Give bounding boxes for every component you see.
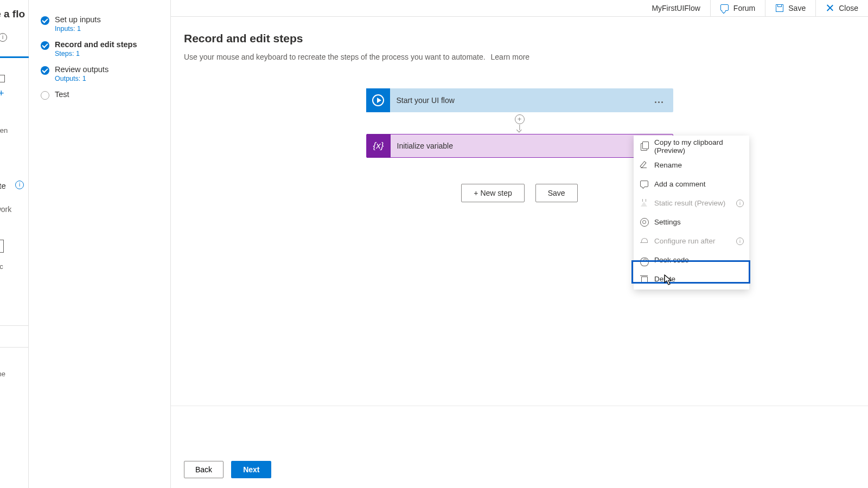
menu-delete[interactable]: Delete xyxy=(634,269,749,288)
subtitle-text: Use your mouse and keyboard to recreate … xyxy=(184,53,486,61)
step-sublabel: Steps: 1 xyxy=(55,50,162,57)
gear-icon xyxy=(640,218,649,227)
menu-copy-clipboard[interactable]: Copy to my clipboard (Preview) xyxy=(634,137,749,156)
save-icon xyxy=(775,4,784,12)
page-subtitle: Use your mouse and keyboard to recreate … xyxy=(171,45,868,61)
save-flow-button[interactable]: Save xyxy=(535,184,578,202)
main-content: Record and edit steps Use your mouse and… xyxy=(171,16,868,488)
next-button[interactable]: Next xyxy=(231,461,271,478)
menu-label: Rename xyxy=(654,161,682,169)
forum-label: Forum xyxy=(733,4,755,12)
menu-label: Static result (Preview) xyxy=(654,199,725,207)
text-fragment: mail attac xyxy=(0,262,3,271)
wizard-step-test[interactable]: Test xyxy=(29,87,170,103)
circle-icon xyxy=(41,91,49,100)
menu-label: Settings xyxy=(654,218,681,226)
divider xyxy=(0,347,29,348)
cropped-left-panel: ake a flo i + nated even ate i e work ma… xyxy=(0,0,29,488)
active-tab-indicator xyxy=(0,56,29,58)
copy-icon xyxy=(640,142,649,151)
action-card-start-ui-flow[interactable]: Start your UI flow xyxy=(366,88,673,112)
pencil-icon xyxy=(640,161,649,170)
plus-icon[interactable]: + xyxy=(0,88,4,99)
check-icon xyxy=(41,41,49,50)
menu-rename[interactable]: Rename xyxy=(634,156,749,175)
flow-name: MyFirstUIFlow xyxy=(642,0,710,16)
footer-divider xyxy=(171,406,868,406)
card-title: Start your UI flow xyxy=(390,96,648,105)
check-icon xyxy=(41,66,49,75)
box-icon xyxy=(0,240,4,253)
wizard-steps-sidebar: Set up inputs Inputs: 1 Record and edit … xyxy=(29,0,171,488)
add-step-connector[interactable]: + xyxy=(366,112,673,134)
top-toolbar: MyFirstUIFlow Forum Save Close xyxy=(171,0,868,16)
text-fragment: e work xyxy=(0,205,11,214)
forum-button[interactable]: Forum xyxy=(711,0,765,16)
back-button[interactable]: Back xyxy=(184,461,224,478)
action-context-menu: Copy to my clipboard (Preview) Rename Ad… xyxy=(634,136,749,290)
menu-label: Peek code xyxy=(654,256,689,264)
run-after-icon xyxy=(640,237,649,246)
info-icon[interactable]: i xyxy=(736,237,744,245)
play-icon xyxy=(366,88,390,112)
trash-icon xyxy=(640,275,649,284)
menu-label: Configure run after xyxy=(654,237,716,245)
close-label: Close xyxy=(839,4,858,12)
menu-static-result: Static result (Preview) i xyxy=(634,194,749,213)
step-label: Review outputs xyxy=(55,65,162,74)
save-label: Save xyxy=(788,4,806,12)
flask-icon xyxy=(640,199,649,208)
step-label: Set up inputs xyxy=(55,15,162,24)
close-icon xyxy=(826,4,834,12)
comment-icon xyxy=(640,180,649,189)
close-button[interactable]: Close xyxy=(816,0,868,16)
menu-add-comment[interactable]: Add a comment xyxy=(634,175,749,194)
text-fragment: email a ne xyxy=(0,370,5,378)
card-more-button[interactable] xyxy=(648,92,670,109)
wizard-step-setup-inputs[interactable]: Set up inputs Inputs: 1 xyxy=(29,12,170,37)
menu-settings[interactable]: Settings xyxy=(634,213,749,232)
step-label: Test xyxy=(55,90,162,99)
action-card-initialize-variable[interactable]: {x} Initialize variable xyxy=(366,134,673,158)
wizard-footer: Back Next xyxy=(171,461,271,478)
variable-icon: {x} xyxy=(367,134,391,158)
menu-label: Copy to my clipboard (Preview) xyxy=(654,138,743,155)
menu-peek-code[interactable]: Peek code xyxy=(634,251,749,269)
text-fragment: nated even xyxy=(0,126,8,134)
plus-circle-icon[interactable]: + xyxy=(515,114,525,124)
menu-configure-run-after: Configure run after i xyxy=(634,232,749,251)
square-icon xyxy=(0,75,5,82)
wizard-step-review-outputs[interactable]: Review outputs Outputs: 1 xyxy=(29,62,170,87)
step-label: Record and edit steps xyxy=(55,40,162,49)
action-buttons-row: + New step Save xyxy=(171,184,868,202)
forum-icon xyxy=(720,4,729,12)
learn-more-link[interactable]: Learn more xyxy=(491,53,530,61)
step-sublabel: Outputs: 1 xyxy=(55,75,162,82)
menu-label: Delete xyxy=(654,275,675,283)
wizard-step-record-edit[interactable]: Record and edit steps Steps: 1 xyxy=(29,37,170,62)
flow-canvas: Start your UI flow + {x} Initialize vari… xyxy=(171,82,868,455)
menu-label: Add a comment xyxy=(654,180,706,188)
panel-title-fragment: ake a flo xyxy=(0,8,25,20)
info-icon: i xyxy=(15,181,24,189)
card-title: Initialize variable xyxy=(391,142,648,150)
new-step-button[interactable]: + New step xyxy=(461,184,524,202)
page-heading: Record and edit steps xyxy=(171,17,868,45)
divider xyxy=(0,325,29,326)
check-icon xyxy=(41,16,49,25)
text-fragment: ate xyxy=(0,181,6,190)
save-button[interactable]: Save xyxy=(765,0,816,16)
info-icon: i xyxy=(0,33,7,42)
step-sublabel: Inputs: 1 xyxy=(55,25,162,33)
eye-icon xyxy=(640,258,649,266)
arrow-down-icon xyxy=(519,125,520,130)
info-icon[interactable]: i xyxy=(736,200,744,207)
